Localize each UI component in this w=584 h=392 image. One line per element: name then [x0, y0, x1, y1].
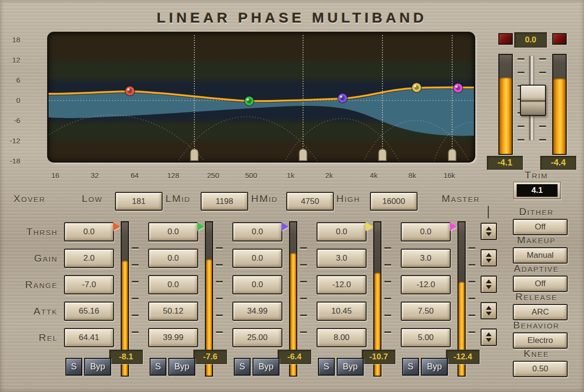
- output-fader-knob[interactable]: [520, 85, 546, 116]
- trim-control[interactable]: 4.1: [513, 182, 561, 199]
- output-meter-right-fill: [553, 78, 566, 154]
- band1-rel[interactable]: 64.41: [64, 328, 114, 347]
- release-value[interactable]: ARC: [513, 304, 568, 320]
- spinner-up-icon[interactable]: [486, 332, 492, 336]
- band2-thrsh[interactable]: 0.0: [148, 222, 198, 241]
- adaptive-label: Adaptive: [505, 263, 568, 274]
- band3-solo-button[interactable]: S: [234, 358, 251, 376]
- band5-threshold-arrow[interactable]: [450, 222, 457, 231]
- band4-tick: [384, 281, 391, 282]
- spinner-up-icon[interactable]: [486, 306, 492, 310]
- band2-meter-readout: -7.6: [193, 350, 227, 364]
- band5-gain[interactable]: 3.0: [401, 249, 451, 268]
- clip-led-right[interactable]: [552, 33, 567, 45]
- spinner-down-icon[interactable]: [486, 285, 492, 289]
- band4-bypass-button[interactable]: Byp: [337, 358, 364, 376]
- band2-solo-button[interactable]: S: [150, 358, 166, 376]
- spinner-down-icon[interactable]: [486, 259, 492, 263]
- band2-bypass-button[interactable]: Byp: [168, 358, 195, 376]
- spinner-down-icon[interactable]: [486, 338, 492, 342]
- band5-range[interactable]: -12.0: [401, 275, 451, 294]
- band3-bypass-button[interactable]: Byp: [253, 358, 279, 376]
- band3-rel[interactable]: 25.00: [232, 328, 282, 347]
- master-thrsh-spinner[interactable]: [481, 223, 497, 240]
- band5-thrsh[interactable]: 0.0: [401, 222, 451, 241]
- band5-attk[interactable]: 7.50: [401, 302, 451, 321]
- band3-marker[interactable]: [338, 93, 347, 103]
- output-meter-right-readout: -4.4: [540, 156, 576, 170]
- row-label-rel: Rel: [5, 332, 58, 343]
- band4-rel[interactable]: 8.00: [317, 328, 367, 347]
- xover-hmid-value[interactable]: 4750: [286, 192, 334, 211]
- band2-threshold-arrow[interactable]: [197, 222, 204, 231]
- crossover-handle-lmid[interactable]: [299, 149, 307, 161]
- band1-marker[interactable]: [125, 86, 135, 96]
- band4-marker[interactable]: [412, 83, 421, 92]
- band4-gain[interactable]: 3.0: [317, 249, 367, 268]
- band5-rel[interactable]: 5.00: [401, 328, 451, 347]
- plugin-window: Linear Phase Multiband 18 12 6 0 -6 -12 …: [0, 0, 584, 392]
- row-label-attk: Attk: [5, 305, 58, 317]
- xover-hmid-label: HMid: [251, 193, 278, 204]
- band3-thrsh[interactable]: 0.0: [232, 222, 282, 241]
- fader-tick: [518, 126, 524, 127]
- band1-tick: [132, 281, 139, 282]
- knee-value[interactable]: 0.50: [513, 361, 568, 377]
- band4-attk[interactable]: 10.45: [317, 302, 367, 321]
- db-axis-label: 0: [0, 96, 20, 104]
- band3-threshold-arrow[interactable]: [281, 222, 289, 231]
- band4-solo-button[interactable]: S: [318, 358, 335, 376]
- spinner-down-icon[interactable]: [486, 232, 492, 236]
- crossover-handle-high[interactable]: [448, 149, 456, 161]
- db-axis-label: 18: [0, 36, 20, 44]
- crossover-handle-low[interactable]: [190, 149, 198, 161]
- band3-tick: [300, 298, 307, 299]
- band2-tick: [216, 331, 223, 333]
- spinner-down-icon[interactable]: [486, 312, 492, 316]
- crossover-handle-hmid[interactable]: [379, 149, 386, 161]
- band2-gain[interactable]: 0.0: [148, 249, 198, 268]
- band2-attk[interactable]: 50.12: [148, 302, 198, 321]
- clip-led-left[interactable]: [498, 33, 513, 45]
- freq-axis-label: 128: [167, 171, 179, 179]
- fader-tick: [539, 72, 546, 73]
- makeup-value[interactable]: Manual: [513, 247, 568, 264]
- band1-thrsh[interactable]: 0.0: [64, 222, 114, 241]
- band3-range[interactable]: 0.0: [232, 275, 282, 294]
- xover-high-value[interactable]: 16000: [370, 192, 418, 211]
- spinner-up-icon[interactable]: [486, 227, 492, 230]
- band4-thrsh[interactable]: 0.0: [317, 222, 367, 241]
- xover-lmid-value[interactable]: 1198: [201, 192, 248, 211]
- band1-range[interactable]: -7.0: [64, 275, 114, 294]
- band4-threshold-arrow[interactable]: [366, 222, 373, 231]
- spinner-up-icon[interactable]: [486, 279, 492, 283]
- band5-solo-button[interactable]: S: [402, 358, 419, 376]
- band3-attk[interactable]: 34.99: [232, 302, 282, 321]
- behavior-value[interactable]: Electro: [513, 332, 568, 349]
- band5-bypass-button[interactable]: Byp: [421, 358, 448, 376]
- freq-axis-label: 16k: [444, 171, 455, 179]
- db-axis-label: -6: [0, 116, 20, 125]
- band1-attk[interactable]: 65.16: [64, 302, 114, 321]
- master-gain-spinner[interactable]: [481, 249, 497, 266]
- master-rel-spinner[interactable]: [481, 329, 497, 346]
- output-fader-value[interactable]: 0.0: [514, 32, 547, 48]
- band2-marker[interactable]: [244, 96, 254, 106]
- xover-low-value[interactable]: 181: [115, 192, 163, 211]
- band3-gain[interactable]: 0.0: [232, 249, 282, 268]
- adaptive-value[interactable]: Off: [513, 276, 568, 292]
- band2-range[interactable]: 0.0: [148, 275, 198, 294]
- band5-marker[interactable]: [453, 83, 463, 93]
- band2-rel[interactable]: 39.99: [148, 328, 198, 347]
- dither-value[interactable]: Off: [513, 219, 568, 235]
- band1-gain[interactable]: 2.0: [64, 249, 114, 268]
- master-range-spinner[interactable]: [481, 276, 497, 293]
- band1-bypass-button[interactable]: Byp: [84, 358, 111, 376]
- band4-range[interactable]: -12.0: [317, 275, 367, 294]
- master-attk-spinner[interactable]: [481, 302, 497, 319]
- band1-threshold-arrow[interactable]: [113, 222, 120, 231]
- crossover-handles: [190, 149, 456, 161]
- band1-solo-button[interactable]: S: [65, 358, 82, 376]
- spinner-up-icon[interactable]: [486, 253, 492, 257]
- fader-tick: [539, 126, 546, 127]
